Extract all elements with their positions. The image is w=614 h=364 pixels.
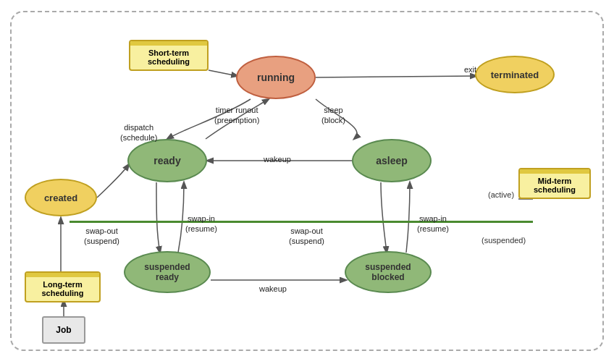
svg-line-5: [209, 70, 237, 76]
label-swap-out-asleep: swap-out(suspend): [289, 226, 324, 247]
label-sleep-block: sleep(block): [321, 105, 345, 126]
node-asleep: asleep: [352, 139, 432, 182]
node-ready: ready: [127, 139, 207, 182]
label-active: (active): [488, 190, 514, 200]
svg-line-0: [316, 76, 476, 77]
box-long-term: Long-termscheduling: [25, 271, 101, 302]
node-created: created: [25, 179, 97, 216]
label-swap-in-ready: swap-in(resume): [185, 213, 217, 234]
label-dispatch: dispatch(schedule): [120, 122, 157, 143]
label-swap-in-asleep: swap-in(resume): [417, 213, 449, 234]
label-suspended: (suspended): [481, 235, 526, 245]
node-suspended-blocked: suspended blocked: [345, 251, 432, 293]
label-wakeup-asleep: wakeup: [264, 154, 291, 164]
node-running: running: [236, 56, 316, 99]
label-swap-out-ready: swap-out(suspend): [84, 226, 119, 247]
box-mid-term: Mid-termscheduling: [518, 168, 591, 199]
box-job: Job: [42, 316, 85, 344]
box-short-term: Short-termscheduling: [129, 40, 209, 71]
label-wakeup-suspended: wakeup: [259, 284, 287, 294]
label-timer-runout: timer runout(preemption): [214, 105, 259, 126]
diagram-container: running ready asleep created terminated …: [10, 11, 604, 351]
midline: [70, 221, 533, 223]
label-exit: exit: [464, 64, 476, 75]
node-suspended-ready: suspended ready: [124, 251, 211, 293]
node-terminated: terminated: [475, 56, 555, 93]
